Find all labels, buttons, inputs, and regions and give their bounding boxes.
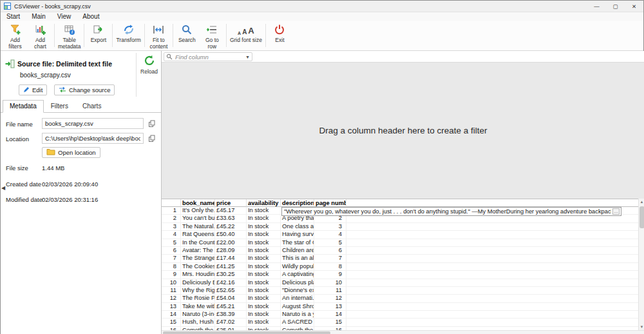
cell-description[interactable]: Delicious pla... [281, 279, 314, 287]
header-description[interactable]: description [281, 199, 314, 207]
cell-price[interactable]: £45.21 [215, 303, 247, 311]
cell-book-name[interactable]: In the Count... [181, 239, 215, 247]
cell-price[interactable]: £47.02 [215, 319, 247, 326]
cell-description[interactable]: An internati... [281, 295, 314, 302]
chevron-down-icon[interactable]: ▼ [245, 55, 250, 59]
cell-availability[interactable]: In stock [247, 231, 281, 239]
location-field[interactable] [42, 133, 144, 144]
table-row[interactable]: 2You can't bur...£33.63In stockA poetry … [162, 215, 638, 222]
cell-book-name[interactable]: Hush, Hush (... [181, 319, 215, 326]
cell-price[interactable]: £28.09 [215, 247, 247, 255]
cell-availability[interactable]: In stock [247, 271, 281, 279]
cell-row-number[interactable]: 15 [162, 319, 181, 326]
header-availability[interactable]: availability [247, 199, 281, 207]
cell-description[interactable]: Wildly popul... [281, 263, 314, 271]
cell-description[interactable]: A SACRED O... [281, 319, 314, 326]
scroll-up-arrow[interactable]: ▲ [639, 199, 644, 205]
cell-page-number[interactable]: 2 [314, 215, 346, 222]
cell-description[interactable]: The star of O... [281, 239, 314, 247]
file-name-field[interactable] [42, 118, 144, 129]
cell-book-name[interactable]: It's Only the... [181, 207, 215, 215]
cell-price[interactable]: £41.25 [215, 263, 247, 271]
expand-cell-button[interactable]: … [612, 208, 620, 215]
horizontal-scrollbar[interactable] [162, 330, 644, 334]
find-column-combo[interactable]: Find column ▼ [164, 52, 252, 61]
menu-about[interactable]: About [77, 13, 105, 20]
edit-button[interactable]: Edit [19, 84, 47, 95]
cell-price[interactable]: £33.63 [215, 215, 247, 222]
copy-file-name-icon[interactable] [147, 119, 156, 128]
horizontal-scroll-thumb[interactable] [163, 331, 330, 334]
change-source-button[interactable]: Change source [54, 84, 115, 95]
table-row[interactable]: 5In the Count...£22.00In stockThe star o… [162, 239, 638, 247]
vertical-scrollbar[interactable]: ▲ ▼ [638, 199, 644, 330]
cell-availability[interactable]: In stock [247, 303, 281, 311]
header-book-name[interactable]: book_name [181, 199, 215, 207]
cell-description[interactable]: Having survi... [281, 231, 314, 239]
cell-row-number[interactable]: 7 [162, 255, 181, 262]
cell-page-number[interactable]: 11 [314, 287, 346, 295]
cell-price[interactable]: £38.39 [215, 311, 247, 319]
cell-row-number[interactable]: 2 [162, 215, 181, 222]
cell-row-number[interactable]: 9 [162, 271, 181, 279]
menu-start[interactable]: Start [1, 13, 26, 20]
cell-row-number[interactable]: 10 [162, 279, 181, 287]
cell-price[interactable]: £45.22 [215, 223, 247, 231]
cell-page-number[interactable]: 4 [314, 231, 346, 239]
cell-book-name[interactable]: The Stranger [181, 255, 215, 262]
cell-row-number[interactable]: 14 [162, 311, 181, 319]
cell-book-name[interactable]: Why the Rig... [181, 287, 215, 295]
cell-availability[interactable]: In stock [247, 207, 281, 215]
cell-book-name[interactable]: The Natural... [181, 223, 215, 231]
cell-page-number[interactable]: 3 [314, 223, 346, 231]
cell-price[interactable]: £54.04 [215, 295, 247, 302]
cell-price[interactable]: £30.25 [215, 271, 247, 279]
cell-book-name[interactable]: The Cookies... [181, 263, 215, 271]
cell-price[interactable]: £45.17 [215, 207, 247, 215]
cell-page-number[interactable]: 5 [314, 239, 346, 247]
cell-description[interactable]: "Dionne's ex... [281, 287, 314, 295]
close-button[interactable]: ✕ [625, 1, 643, 12]
cell-row-number[interactable]: 4 [162, 231, 181, 239]
cell-row-number[interactable]: 6 [162, 247, 181, 255]
exit-button[interactable]: Exit [267, 21, 292, 50]
cell-availability[interactable]: In stock [247, 287, 281, 295]
cell-book-name[interactable]: Rat Queens... [181, 231, 215, 239]
cell-row-number[interactable]: 3 [162, 223, 181, 231]
cell-row-number[interactable]: 13 [162, 303, 181, 311]
cell-page-number[interactable]: 6 [314, 247, 346, 255]
cell-description[interactable]: One class as... [281, 223, 314, 231]
cell-description[interactable]: August Shro... [281, 303, 314, 311]
cell-book-name[interactable]: Deliciously El... [181, 279, 215, 287]
cell-price[interactable]: £17.44 [215, 255, 247, 262]
collapse-panel-arrow[interactable]: ◀ [1, 185, 5, 191]
cell-book-name[interactable]: Mrs. Houdini [181, 271, 215, 279]
copy-location-icon[interactable] [147, 133, 156, 143]
cell-availability[interactable]: In stock [247, 311, 281, 319]
cell-page-number[interactable]: 7 [314, 255, 346, 262]
table-row[interactable]: 14Naruto (3-in-...£38.39In stockNaruto i… [162, 311, 638, 319]
table-row[interactable]: 3The Natural...£45.22In stockOne class a… [162, 223, 638, 231]
cell-page-number[interactable]: 8 [314, 263, 346, 271]
table-row[interactable]: 7The Stranger£17.44In stockThis is an al… [162, 255, 638, 262]
scroll-down-arrow[interactable]: ▼ [639, 324, 644, 330]
cell-page-number[interactable]: 14 [314, 311, 346, 319]
add-chart-button[interactable]: Add chart [28, 21, 53, 50]
tab-filters[interactable]: Filters [44, 100, 75, 113]
tab-charts[interactable]: Charts [75, 100, 108, 113]
reload-button[interactable]: Reload [137, 55, 161, 75]
find-column-input[interactable]: Find column [175, 54, 245, 61]
cell-book-name[interactable]: Avatar: The L... [181, 247, 215, 255]
cell-book-name[interactable]: You can't bur... [181, 215, 215, 222]
export-button[interactable]: Export [86, 21, 111, 50]
filter-drop-zone[interactable]: Drag a column header here to create a fi… [162, 63, 644, 199]
transform-button[interactable]: Transform [114, 21, 142, 50]
cell-availability[interactable]: In stock [247, 319, 281, 326]
table-row[interactable]: 11Why the Rig...£52.65In stock"Dionne's … [162, 287, 638, 295]
cell-description[interactable]: This is an alt... [281, 255, 314, 262]
fit-to-content-button[interactable]: Fit to content [146, 21, 171, 50]
cell-availability[interactable]: In stock [247, 255, 281, 262]
table-row[interactable]: 8The Cookies...£41.25In stockWildly popu… [162, 263, 638, 271]
cell-description[interactable]: Children are... [281, 247, 314, 255]
cell-availability[interactable]: In stock [247, 279, 281, 287]
